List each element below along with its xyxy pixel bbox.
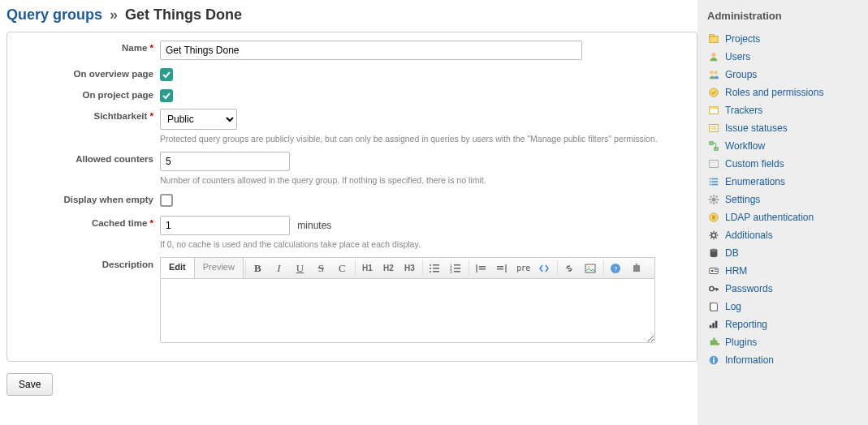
admin-item-book: Log xyxy=(707,298,858,316)
admin-item-id: HRM xyxy=(707,262,858,280)
name-input[interactable] xyxy=(160,41,582,60)
admin-link-statuses[interactable]: Issue statuses xyxy=(725,121,788,135)
statuses-icon xyxy=(707,122,720,135)
group-icon xyxy=(707,68,720,81)
admin-link-workflow[interactable]: Workflow xyxy=(725,139,765,153)
display-empty-checkbox[interactable] xyxy=(160,194,173,207)
svg-rect-33 xyxy=(710,142,713,145)
h3-button[interactable]: H3 xyxy=(399,258,421,278)
svg-line-52 xyxy=(716,196,718,198)
italic-button[interactable]: I xyxy=(269,258,290,278)
quote-button[interactable] xyxy=(471,258,492,278)
admin-link-chart[interactable]: Reporting xyxy=(725,317,767,332)
svg-line-63 xyxy=(715,232,716,233)
svg-point-67 xyxy=(711,270,714,273)
pre-button[interactable]: pre xyxy=(513,258,534,278)
description-textarea[interactable] xyxy=(160,278,655,343)
admin-link-trackers[interactable]: Trackers xyxy=(725,103,762,118)
admin-link-user[interactable]: Users xyxy=(725,49,750,64)
tab-edit[interactable]: Edit xyxy=(161,258,195,278)
svg-rect-12 xyxy=(476,264,477,273)
unquote-button[interactable] xyxy=(492,258,513,278)
svg-rect-1 xyxy=(433,264,439,266)
on-project-checkbox[interactable] xyxy=(160,89,173,102)
cached-time-label: Cached time * xyxy=(14,216,160,228)
ul-button[interactable] xyxy=(425,258,446,278)
underline-button[interactable]: U xyxy=(290,258,311,278)
code-block-button[interactable] xyxy=(534,258,555,278)
key-icon xyxy=(707,282,720,295)
help-button[interactable]: ? xyxy=(606,258,627,278)
svg-rect-5 xyxy=(433,271,439,273)
chart-icon xyxy=(707,318,720,331)
image-button[interactable] xyxy=(581,258,602,278)
admin-link-cog[interactable]: Additionals xyxy=(725,228,773,243)
admin-item-roles: Roles and permissions xyxy=(707,84,858,101)
admin-link-id[interactable]: HRM xyxy=(725,264,747,278)
admin-link-key[interactable]: Passwords xyxy=(725,281,773,296)
ol-button[interactable]: 123 xyxy=(446,258,467,278)
editor-toolbar: Edit Preview B I U S C H1 H2 H3 xyxy=(160,257,655,278)
admin-link-list[interactable]: Enumerations xyxy=(725,174,785,189)
h2-button[interactable]: H2 xyxy=(378,258,399,278)
svg-rect-25 xyxy=(710,35,714,37)
admin-link-db[interactable]: DB xyxy=(725,246,739,260)
plugin-button[interactable] xyxy=(627,258,648,278)
on-project-label: On project page xyxy=(14,88,160,100)
tab-preview[interactable]: Preview xyxy=(195,258,244,278)
svg-rect-43 xyxy=(711,184,718,186)
allowed-counters-input[interactable] xyxy=(160,152,290,171)
on-overview-label: On overview page xyxy=(14,67,160,79)
svg-rect-72 xyxy=(712,323,715,328)
svg-rect-31 xyxy=(710,107,719,109)
svg-rect-38 xyxy=(710,178,711,180)
admin-link-group[interactable]: Groups xyxy=(725,67,757,82)
admin-item-fields: Custom fields xyxy=(707,155,858,173)
svg-rect-17 xyxy=(497,268,503,270)
name-label: Name * xyxy=(14,41,160,53)
workflow-icon xyxy=(707,140,720,152)
svg-point-26 xyxy=(711,53,715,57)
admin-link-info[interactable]: Information xyxy=(725,353,774,367)
admin-link-projects[interactable]: Projects xyxy=(725,32,760,46)
admin-link-ldap[interactable]: LDAP authentication xyxy=(725,210,814,225)
admin-link-roles[interactable]: Roles and permissions xyxy=(725,85,823,100)
admin-link-gear[interactable]: Settings xyxy=(725,192,760,207)
svg-rect-76 xyxy=(713,358,715,359)
admin-link-book[interactable]: Log xyxy=(725,299,741,314)
svg-rect-42 xyxy=(710,184,711,186)
svg-rect-22 xyxy=(633,265,640,272)
svg-rect-18 xyxy=(585,264,595,273)
svg-rect-11 xyxy=(454,271,460,273)
admin-link-fields[interactable]: Custom fields xyxy=(725,157,784,171)
svg-point-65 xyxy=(710,249,718,252)
svg-point-70 xyxy=(710,286,714,290)
admin-sidebar: Administration ProjectsUsersGroupsRoles … xyxy=(697,0,868,425)
svg-rect-15 xyxy=(505,264,507,273)
admin-item-info: Information xyxy=(707,351,858,369)
svg-line-50 xyxy=(716,202,718,204)
admin-item-list: Enumerations xyxy=(707,173,858,191)
admin-item-key: Passwords xyxy=(707,280,858,298)
breadcrumb-root-link[interactable]: Query groups xyxy=(6,6,102,23)
save-button[interactable]: Save xyxy=(6,373,53,396)
on-overview-checkbox[interactable] xyxy=(160,68,173,81)
bold-button[interactable]: B xyxy=(248,258,269,278)
strike-button[interactable]: S xyxy=(311,258,332,278)
inline-code-button[interactable]: C xyxy=(332,258,353,278)
breadcrumb-current: Get Things Done xyxy=(125,6,242,23)
admin-link-puzzle[interactable]: Plugins xyxy=(725,335,757,350)
visibility-select[interactable]: Public xyxy=(160,109,237,130)
h1-button[interactable]: H1 xyxy=(357,258,378,278)
link-button[interactable] xyxy=(559,258,581,278)
svg-text:?: ? xyxy=(614,265,618,273)
roles-icon xyxy=(707,86,720,99)
admin-item-db: DB xyxy=(707,244,858,262)
svg-point-2 xyxy=(430,268,431,269)
page-title: Query groups » Get Things Done xyxy=(6,6,697,24)
cached-time-input[interactable] xyxy=(160,216,290,235)
cog-icon xyxy=(707,229,720,242)
admin-item-cog: Additionals xyxy=(707,226,858,244)
trackers-icon xyxy=(707,104,720,117)
svg-rect-73 xyxy=(715,321,718,328)
